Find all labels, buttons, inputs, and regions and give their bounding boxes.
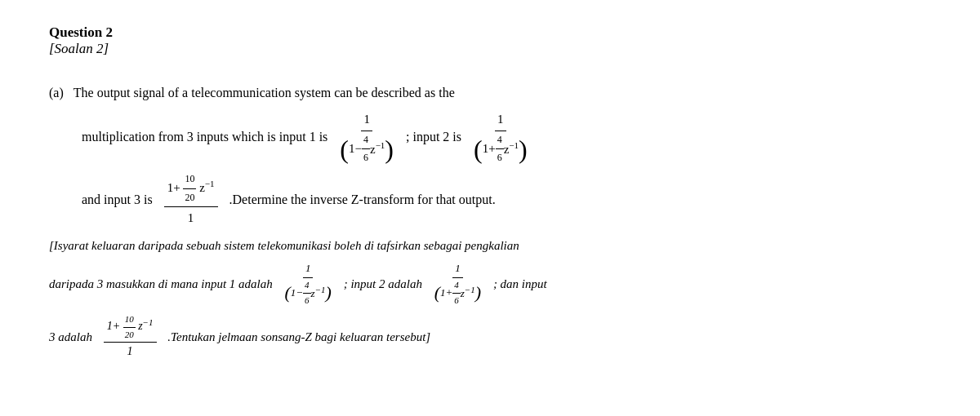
italic-text2-pre: daripada 3 masukkan di mana input 1 adal… bbox=[49, 274, 273, 294]
input1-inner-frac: 4 6 bbox=[362, 131, 370, 167]
part-a-text3b: .Determine the inverse Z-transform for t… bbox=[229, 188, 496, 212]
input3-fraction: 1+ 10 20 z−1 1 bbox=[164, 170, 218, 229]
italic-input2-num: 1 bbox=[452, 260, 463, 278]
part-a-line1: (a) The output signal of a telecommunica… bbox=[49, 82, 931, 105]
input3-numerator: 1+ 10 20 z−1 bbox=[164, 170, 218, 207]
part-a-text3: and input 3 is bbox=[82, 188, 153, 212]
part-a-text2: multiplication from 3 inputs which is in… bbox=[82, 126, 327, 149]
italic-text3-post: .Tentukan jelmaan sonsang-Z bagi keluara… bbox=[167, 327, 430, 347]
italic-input1-num: 1 bbox=[303, 260, 314, 278]
italic-input3-num: 1+ 10 20 z−1 bbox=[104, 312, 157, 343]
italic-input1-fraction: 1 ( 1− 4 6 z−1 ) bbox=[279, 260, 337, 308]
italic-input2-fraction: 1 ( 1+ 4 6 z−1 ) bbox=[429, 260, 487, 308]
part-a-label: (a) bbox=[49, 82, 64, 105]
part-a-line3: and input 3 is 1+ 10 20 z−1 1 .Determine… bbox=[82, 170, 931, 229]
part-a-line2: multiplication from 3 inputs which is in… bbox=[82, 108, 931, 167]
input3-denominator: 1 bbox=[185, 207, 198, 229]
input2-denominator: ( 1+ 4 6 z−1 ) bbox=[471, 131, 530, 167]
italic-line2: daripada 3 masukkan di mana input 1 adal… bbox=[49, 260, 931, 308]
italic-input3-den: 1 bbox=[124, 343, 136, 361]
input1-denominator: ( 1− 4 6 z−1 ) bbox=[337, 131, 396, 167]
italic-text2-mid: ; input 2 adalah bbox=[344, 274, 422, 294]
italic-input3-fraction: 1+ 10 20 z−1 1 bbox=[104, 312, 157, 361]
italic-line1: [Isyarat keluaran daripada sebuah sistem… bbox=[49, 236, 931, 255]
question-subtitle: [Soalan 2] bbox=[49, 41, 931, 57]
input1-den-paren-open: ( 1− 4 6 z−1 ) bbox=[340, 131, 394, 167]
italic-input2-den: ( 1+ 4 6 z−1 ) bbox=[432, 278, 483, 308]
italic-line3: 3 adalah 1+ 10 20 z−1 1 .Tentukan jelmaa… bbox=[49, 312, 931, 361]
input3-inner-frac: 10 20 bbox=[183, 170, 196, 206]
input1-numerator: 1 bbox=[361, 108, 372, 131]
input2-fraction: 1 ( 1+ 4 6 z−1 ) bbox=[468, 108, 533, 167]
italic-text1: [Isyarat keluaran daripada sebuah sistem… bbox=[49, 236, 519, 255]
input2-inner-frac: 4 6 bbox=[496, 131, 504, 167]
part-a-text1: The output signal of a telecommunication… bbox=[74, 82, 455, 105]
italic-text2-post: ; dan input bbox=[493, 274, 547, 294]
question-title: Question 2 bbox=[49, 24, 931, 41]
input2-den-paren: ( 1+ 4 6 z−1 ) bbox=[474, 131, 528, 167]
input2-numerator: 1 bbox=[495, 108, 506, 131]
italic-text3-pre: 3 adalah bbox=[49, 327, 92, 347]
italic-input1-den: ( 1− 4 6 z−1 ) bbox=[283, 278, 334, 308]
part-a-text2b: ; input 2 is bbox=[406, 126, 461, 149]
input1-fraction: 1 ( 1− 4 6 z−1 ) bbox=[334, 108, 399, 167]
